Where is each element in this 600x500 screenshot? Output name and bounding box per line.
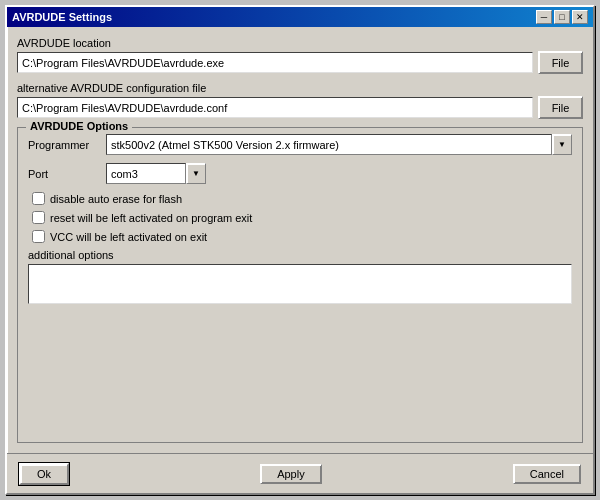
title-bar-controls: ─ □ ✕ (536, 10, 588, 24)
alt-config-file-button[interactable]: File (538, 96, 583, 119)
title-bar: AVRDUDE Settings ─ □ ✕ (7, 7, 593, 27)
minimize-button[interactable]: ─ (536, 10, 552, 24)
checkbox-vcc-activated-label: VCC will be left activated on exit (50, 231, 207, 243)
checkbox-reset-activated-label: reset will be left activated on program … (50, 212, 252, 224)
checkbox-reset-activated[interactable] (32, 211, 45, 224)
additional-options-section: additional options (28, 249, 572, 304)
maximize-button[interactable]: □ (554, 10, 570, 24)
cancel-button[interactable]: Cancel (513, 464, 581, 484)
checkbox-vcc-activated[interactable] (32, 230, 45, 243)
bottom-center: Apply (260, 464, 322, 484)
avrdude-location-file-button[interactable]: File (538, 51, 583, 74)
avrdude-location-label: AVRDUDE location (17, 37, 583, 49)
programmer-row: Programmer ▼ (28, 134, 572, 155)
window-title: AVRDUDE Settings (12, 11, 112, 23)
alt-config-row: File (17, 96, 583, 119)
alt-config-input[interactable] (17, 97, 533, 118)
avrdude-options-group: AVRDUDE Options Programmer ▼ Port ▼ disa… (17, 127, 583, 443)
port-select-wrapper: ▼ (106, 163, 206, 184)
additional-options-label: additional options (28, 249, 572, 261)
ok-button[interactable]: Ok (19, 463, 69, 485)
bottom-right: Cancel (513, 464, 581, 484)
programmer-label: Programmer (28, 139, 98, 151)
programmer-select-wrapper: ▼ (106, 134, 572, 155)
bottom-bar: Ok Apply Cancel (7, 453, 593, 493)
avrdude-location-row: File (17, 51, 583, 74)
checkbox-disable-auto-erase[interactable] (32, 192, 45, 205)
port-label: Port (28, 168, 98, 180)
checkbox-row-1: reset will be left activated on program … (32, 211, 572, 224)
options-group-title: AVRDUDE Options (26, 120, 132, 132)
programmer-input[interactable] (106, 134, 552, 155)
port-input[interactable] (106, 163, 186, 184)
port-row: Port ▼ (28, 163, 572, 184)
main-window: AVRDUDE Settings ─ □ ✕ AVRDUDE location … (5, 5, 595, 495)
close-button[interactable]: ✕ (572, 10, 588, 24)
checkbox-row-2: VCC will be left activated on exit (32, 230, 572, 243)
port-dropdown-button[interactable]: ▼ (186, 163, 206, 184)
avrdude-location-input[interactable] (17, 52, 533, 73)
programmer-dropdown-button[interactable]: ▼ (552, 134, 572, 155)
additional-options-input[interactable] (28, 264, 572, 304)
alt-config-group: alternative AVRDUDE configuration file F… (17, 82, 583, 119)
bottom-left: Ok (19, 463, 69, 485)
alt-config-label: alternative AVRDUDE configuration file (17, 82, 583, 94)
apply-button[interactable]: Apply (260, 464, 322, 484)
checkbox-disable-auto-erase-label: disable auto erase for flash (50, 193, 182, 205)
checkbox-row-0: disable auto erase for flash (32, 192, 572, 205)
window-content: AVRDUDE location File alternative AVRDUD… (7, 27, 593, 453)
avrdude-location-group: AVRDUDE location File (17, 37, 583, 74)
